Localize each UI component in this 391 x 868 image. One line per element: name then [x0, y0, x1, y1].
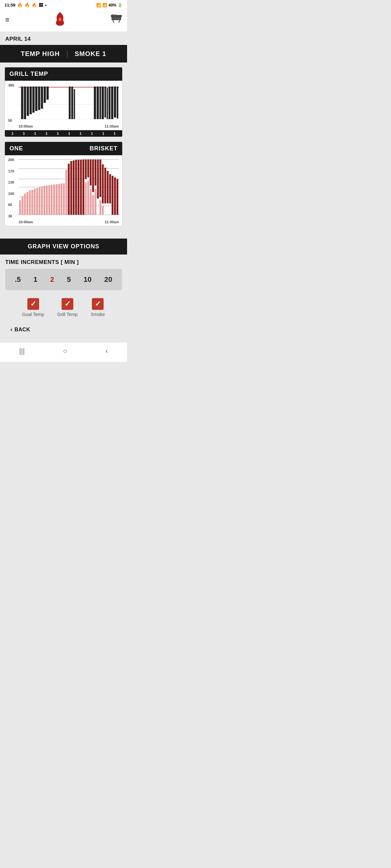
- svg-rect-18: [41, 87, 43, 109]
- nav-home-icon[interactable]: ○: [63, 347, 67, 355]
- date-text: APRIL 14: [5, 36, 31, 42]
- mode-left: TEMP HIGH: [21, 50, 60, 58]
- probe-title-right: BRISKET: [90, 145, 118, 152]
- svg-rect-47: [34, 189, 36, 215]
- menu-button[interactable]: ≡: [5, 16, 9, 24]
- svg-rect-74: [92, 159, 94, 192]
- svg-rect-87: [114, 177, 116, 215]
- probe-y-130: 130: [8, 180, 17, 184]
- checkbox-row: ✓ Goal Temp ✓ Grill Temp ✓ Smoke: [5, 296, 122, 322]
- time-inc-10[interactable]: 10: [81, 274, 94, 285]
- time-inc-2[interactable]: 2: [48, 274, 57, 285]
- svg-rect-16: [35, 87, 37, 111]
- bar-labels-row: 1 1 1 1 1 1 1 1 1 1: [5, 130, 122, 137]
- probe-chart-svg-container: 10:00am 11:30am: [19, 158, 119, 224]
- time-increments-section: TIME INCREMENTS [ MIN ] .5 1 2 5 10 20 ✓…: [0, 254, 127, 342]
- svg-rect-13: [27, 87, 29, 116]
- grill-x-end: 11:30am: [105, 124, 119, 128]
- svg-rect-70: [87, 159, 89, 177]
- svg-rect-62: [71, 161, 72, 215]
- bar-label-9: 1: [98, 131, 108, 135]
- svg-rect-20: [47, 87, 49, 100]
- svg-rect-55: [53, 185, 55, 215]
- svg-rect-73: [90, 189, 91, 215]
- grill-device-icon[interactable]: [111, 14, 122, 25]
- svg-rect-64: [75, 160, 77, 215]
- checkbox-goal-temp[interactable]: ✓ Goal Temp: [22, 298, 44, 317]
- checkbox-grill-temp[interactable]: ✓ Grill Temp: [57, 298, 78, 317]
- checkbox-smoke[interactable]: ✓ Smoke: [91, 298, 105, 317]
- svg-rect-82: [102, 206, 104, 215]
- svg-rect-71: [87, 181, 89, 215]
- probe-y-60: 60: [8, 203, 17, 207]
- svg-rect-29: [107, 88, 108, 119]
- svg-rect-63: [73, 160, 75, 215]
- back-button[interactable]: ‹ BACK: [5, 322, 122, 339]
- back-chevron-icon: ‹: [10, 326, 13, 333]
- svg-rect-65: [78, 160, 80, 215]
- probe-x-start: 10:00am: [19, 220, 33, 224]
- svg-rect-14: [30, 87, 32, 114]
- svg-rect-66: [80, 160, 82, 215]
- svg-rect-76: [94, 159, 96, 186]
- svg-rect-59: [63, 183, 65, 215]
- svg-rect-58: [61, 184, 62, 215]
- svg-rect-56: [56, 184, 58, 215]
- svg-rect-60: [65, 169, 67, 215]
- probe-y-200: 200: [8, 158, 17, 162]
- svg-rect-72: [90, 159, 91, 186]
- grill-y-bottom: 50: [8, 119, 17, 122]
- svg-rect-19: [44, 87, 46, 103]
- time-inc-0.5[interactable]: .5: [12, 274, 23, 285]
- bar-label-8: 1: [87, 131, 97, 135]
- mode-banner: TEMP HIGH | SMOKE 1: [0, 45, 127, 62]
- nav-menu-icon[interactable]: |||: [19, 347, 25, 355]
- graph-options-banner: GRAPH VIEW OPTIONS: [0, 239, 127, 254]
- time-inc-20[interactable]: 20: [102, 274, 115, 285]
- time-inc-1[interactable]: 1: [31, 274, 40, 285]
- svg-rect-41: [19, 200, 21, 215]
- smoke-checkbox-icon: ✓: [92, 298, 104, 310]
- goal-temp-label: Goal Temp: [22, 312, 44, 317]
- mode-divider: |: [66, 50, 68, 58]
- battery-text: 40%: [109, 3, 116, 7]
- grill-chart-svg: [19, 83, 119, 122]
- probe-chart-svg: [19, 158, 119, 218]
- svg-rect-77: [94, 189, 96, 215]
- grill-x-start: 10:00am: [19, 124, 33, 128]
- logo-icon: [53, 11, 66, 28]
- svg-rect-31: [111, 87, 113, 119]
- svg-rect-68: [85, 159, 87, 179]
- probe-x-labels: 10:00am 11:30am: [19, 220, 119, 224]
- grill-y-axis: 385 50: [8, 83, 19, 122]
- svg-rect-17: [38, 87, 40, 110]
- back-label: BACK: [15, 327, 30, 333]
- svg-rect-12: [24, 87, 26, 119]
- probe-y-30: 30: [8, 214, 17, 218]
- svg-rect-32: [114, 87, 116, 118]
- grill-temp-checkbox-icon: ✓: [62, 298, 73, 310]
- top-nav: ≡: [0, 9, 127, 32]
- svg-rect-30: [109, 87, 110, 119]
- svg-rect-85: [109, 174, 111, 204]
- date-header: APRIL 14: [0, 32, 127, 45]
- svg-rect-28: [105, 87, 106, 118]
- bar-label-2: 1: [19, 131, 29, 135]
- battery-icon: 🔋: [118, 3, 122, 7]
- probe-x-end: 11:30am: [105, 220, 119, 224]
- probe-y-170: 170: [8, 169, 17, 173]
- svg-rect-3: [111, 15, 122, 17]
- bar-label-3: 1: [30, 131, 40, 135]
- svg-rect-81: [102, 164, 104, 204]
- grill-y-top: 385: [8, 83, 17, 87]
- notif-icon2: 🔥: [24, 3, 30, 7]
- notif-icon1: 🔥: [17, 3, 23, 7]
- time-inc-5[interactable]: 5: [64, 274, 73, 285]
- svg-rect-49: [39, 187, 41, 215]
- svg-rect-69: [85, 182, 87, 215]
- svg-rect-84: [107, 171, 109, 204]
- svg-rect-15: [32, 87, 34, 113]
- probe-chart-body: 200 170 130 100 60 30: [5, 155, 122, 226]
- nav-back-icon[interactable]: ‹: [106, 347, 108, 355]
- status-bar: 11:59 🔥 🔥 🔥 🖼 • 📶 📶 40% 🔋: [0, 0, 127, 9]
